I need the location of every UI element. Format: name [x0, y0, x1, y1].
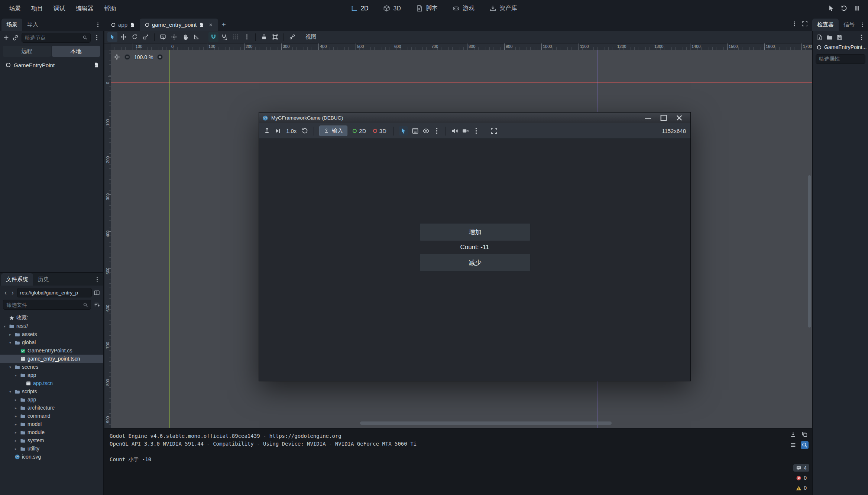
- messages-filter-badge[interactable]: 4: [793, 464, 809, 472]
- pan-tool-icon[interactable]: [180, 32, 190, 42]
- attached-script-icon[interactable]: [93, 62, 99, 68]
- filesystem-tab-1[interactable]: 历史: [33, 273, 54, 286]
- canvas-2d[interactable]: 0100200300400500600700800900 100.0 % MyG…: [104, 50, 812, 428]
- zoom-out-button[interactable]: [124, 53, 131, 61]
- collapse-log-icon[interactable]: [790, 442, 796, 448]
- reset-speed-icon[interactable]: [301, 127, 308, 134]
- rotate-tool-icon[interactable]: [130, 32, 140, 42]
- fs-item-global[interactable]: ▾global: [0, 338, 103, 346]
- select-cursor-icon[interactable]: [827, 5, 835, 12]
- fs-item-command[interactable]: ▸command: [0, 412, 103, 420]
- menubar-item-4[interactable]: 帮助: [99, 0, 121, 17]
- fs-item-icon.svg[interactable]: icon.svg: [0, 453, 103, 461]
- fs-item-model[interactable]: ▸model: [0, 420, 103, 428]
- fs-item-app.tscn[interactable]: app.tscn: [0, 379, 103, 387]
- tree-arrow-icon[interactable]: ▸: [13, 414, 18, 418]
- tree-arrow-icon[interactable]: ▸: [13, 398, 18, 402]
- scale-tool-icon[interactable]: [141, 32, 151, 42]
- workspace-button-4[interactable]: 资产库: [484, 3, 522, 14]
- pause-game-icon[interactable]: [854, 5, 861, 12]
- scene-tab-0[interactable]: app: [106, 19, 140, 31]
- decrease-button[interactable]: 减少: [420, 254, 531, 271]
- menubar-item-0[interactable]: 场景: [4, 0, 26, 17]
- toggle-split-mode-icon[interactable]: [94, 290, 100, 296]
- tree-arrow-icon[interactable]: ▾: [8, 390, 13, 394]
- center-view-icon[interactable]: [113, 53, 120, 61]
- filesystem-tab-0[interactable]: 文件系统: [1, 273, 33, 286]
- minimize-icon[interactable]: [640, 113, 656, 123]
- fs-item-system[interactable]: ▸system: [0, 436, 103, 444]
- copy-log-icon[interactable]: [801, 431, 808, 437]
- fs-item-assets[interactable]: ▸assets: [0, 330, 103, 338]
- group-toggle-icon[interactable]: [270, 32, 280, 42]
- new-scene-tab-button[interactable]: +: [218, 19, 229, 31]
- edited-object-row[interactable]: GameEntryPoint...: [813, 43, 868, 51]
- next-frame-icon[interactable]: [274, 127, 281, 134]
- tree-arrow-icon[interactable]: ▸: [13, 439, 18, 443]
- dock-tab-1[interactable]: 导入: [22, 19, 43, 31]
- debug-session-icon[interactable]: [263, 127, 271, 134]
- snap-options-menu-icon[interactable]: [242, 32, 252, 42]
- maximize-icon[interactable]: [656, 113, 671, 123]
- nav-forward-icon[interactable]: ›: [10, 289, 15, 297]
- camera-override-icon[interactable]: [462, 127, 469, 134]
- inspector-dock-tab-menu-icon[interactable]: [859, 22, 865, 27]
- lock-toggle-icon[interactable]: [259, 32, 269, 42]
- fs-item-GameEntryPoint.cs[interactable]: C#GameEntryPoint.cs: [0, 346, 103, 355]
- inspector-tab-0[interactable]: 检查器: [812, 19, 839, 31]
- fs-item-scenes[interactable]: ▾scenes: [0, 363, 103, 371]
- tree-arrow-icon[interactable]: ▾: [2, 324, 7, 328]
- tree-arrow-icon[interactable]: ▾: [13, 373, 18, 377]
- pivot-tool-icon[interactable]: [169, 32, 179, 42]
- search-log-icon[interactable]: [801, 441, 809, 449]
- fs-item-game_entry_point.tscn[interactable]: game_entry_point.tscn: [0, 355, 103, 363]
- tree-arrow-icon[interactable]: ▸: [13, 447, 18, 451]
- menubar-item-3[interactable]: 编辑器: [71, 0, 99, 17]
- workspace-button-0[interactable]: 2D: [346, 3, 373, 14]
- fs-item-utility[interactable]: ▸utility: [0, 444, 103, 453]
- select-tool-icon[interactable]: [107, 32, 117, 42]
- save-resource-icon[interactable]: [836, 34, 843, 40]
- warnings-filter-badge[interactable]: 0: [793, 484, 809, 492]
- fs-item-app[interactable]: ▾app: [0, 371, 103, 379]
- scene-tab-1[interactable]: game_entry_point: [140, 19, 218, 31]
- audio-mute-icon[interactable]: [451, 127, 458, 134]
- camera-3d-toggle[interactable]: 3D: [372, 128, 388, 134]
- move-tool-icon[interactable]: [119, 32, 129, 42]
- close-tab-icon[interactable]: [208, 22, 213, 27]
- camera-2d-toggle[interactable]: 2D: [351, 128, 367, 134]
- inspector-tab-1[interactable]: 信号: [839, 19, 859, 31]
- increase-button[interactable]: 增加: [420, 223, 531, 241]
- local-button[interactable]: 本地: [52, 46, 100, 57]
- view-menu-button[interactable]: 视图: [301, 32, 321, 42]
- new-resource-icon[interactable]: [816, 34, 823, 40]
- snap-grid-icon[interactable]: [231, 32, 241, 42]
- scene-tab-list-menu-icon[interactable]: [791, 21, 797, 27]
- workspace-button-1[interactable]: 3D: [378, 3, 406, 14]
- fs-item-app[interactable]: ▸app: [0, 395, 103, 404]
- camera-options-menu-icon[interactable]: [473, 127, 480, 134]
- tree-arrow-icon[interactable]: ▸: [8, 332, 13, 336]
- dock-tab-0[interactable]: 场景: [1, 19, 22, 31]
- node-list-icon[interactable]: [412, 127, 419, 134]
- vertical-scrollbar[interactable]: [808, 175, 811, 328]
- close-icon[interactable]: [671, 113, 687, 123]
- filter-nodes-input[interactable]: [22, 35, 82, 40]
- smart-snap-toggle-icon[interactable]: [208, 32, 218, 42]
- tree-arrow-icon[interactable]: ▸: [13, 422, 18, 426]
- add-node-button[interactable]: [3, 35, 9, 41]
- embed-fullscreen-icon[interactable]: [490, 127, 498, 134]
- nav-back-icon[interactable]: ‹: [3, 289, 8, 297]
- tree-arrow-icon[interactable]: ▾: [8, 341, 13, 345]
- menubar-item-1[interactable]: 项目: [26, 0, 48, 17]
- zoom-in-button[interactable]: [156, 53, 163, 61]
- filter-files-input[interactable]: [3, 302, 83, 308]
- fs-item-module[interactable]: ▸module: [0, 428, 103, 436]
- filter-properties-input[interactable]: 筛选属性: [816, 54, 865, 64]
- fs-item-:[interactable]: 收藏:: [0, 314, 103, 322]
- current-path-input[interactable]: [17, 288, 92, 297]
- errors-filter-badge[interactable]: 0: [793, 474, 809, 482]
- fs-item-scripts[interactable]: ▾scripts: [0, 387, 103, 395]
- scene-dock-menu-icon[interactable]: [94, 35, 100, 41]
- grid-snap-toggle-icon[interactable]: [220, 32, 230, 42]
